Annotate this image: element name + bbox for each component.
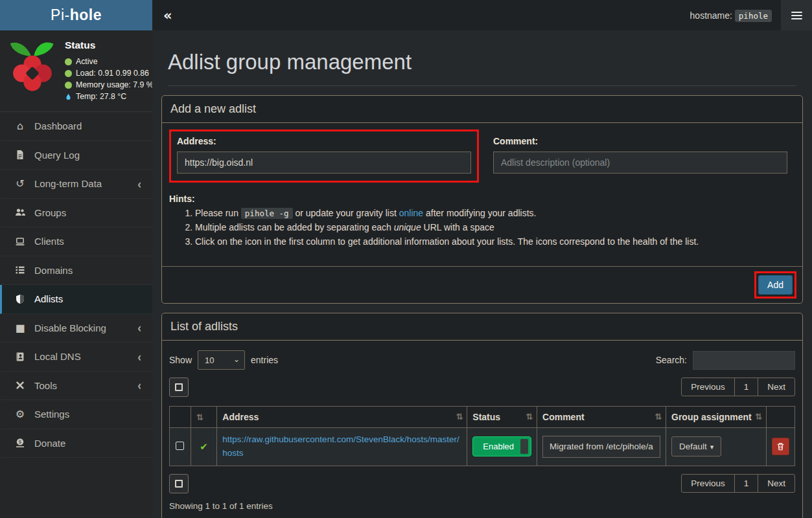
page-content: Adlist group management Add a new adlist… [152, 30, 812, 518]
list-panel-title: List of adlists [162, 313, 802, 341]
next-page-button[interactable]: Next [758, 474, 795, 493]
chevron-left-icon: ‹ [137, 349, 141, 365]
file-icon [12, 150, 29, 160]
address-annotation-box: Address: [169, 130, 479, 183]
sort-icon: ⇅ [526, 412, 531, 422]
status-panel: Status Active Load: 0.91 0.99 0.86 Memor… [0, 30, 152, 112]
show-label: Show [169, 355, 192, 365]
tools-icon [12, 380, 29, 390]
comment-label: Comment: [493, 136, 787, 146]
status-box: Status Active Load: 0.91 0.99 0.86 Memor… [65, 36, 154, 104]
add-button[interactable]: Add [758, 275, 793, 295]
health-ok-icon[interactable]: ✔ [200, 441, 208, 453]
table-header-row: ⇅ Address⇅ Status⇅ Comment⇅ Group assign… [170, 407, 795, 428]
status-memory: Memory usage: 7.9 % [65, 80, 154, 89]
home-icon: ⌂ [12, 120, 29, 132]
header-health-col[interactable]: ⇅ [191, 407, 216, 428]
adlist-table: ⇅ Address⇅ Status⇅ Comment⇅ Group assign… [169, 406, 795, 466]
sidebar-item-query-log[interactable]: Query Log [0, 141, 152, 170]
header-checkbox-col [170, 407, 191, 428]
sidebar-item-donate[interactable]: $ Donate [0, 429, 152, 458]
green-dot-icon [65, 70, 72, 77]
history-icon: ↺ [12, 177, 29, 190]
hostname-badge: pihole [735, 10, 772, 22]
hint-3: Click on the icon in the first column to… [195, 236, 795, 247]
chevron-left-icon: ‹ [137, 176, 141, 192]
pagination-bottom: Previous 1 Next [681, 474, 795, 493]
sidebar-item-local-dns[interactable]: Local DNS ‹ [0, 343, 152, 372]
sidebar-item-long-term-data[interactable]: ↺ Long-term Data ‹ [0, 170, 152, 199]
group-assignment-dropdown[interactable]: Default▾ [671, 436, 721, 456]
add-adlist-panel: Add a new adlist Address: Comment: [161, 95, 803, 304]
svg-text:$: $ [19, 439, 22, 445]
delete-adlist-button[interactable] [772, 438, 789, 455]
brand-name-light: Pi- [51, 6, 70, 24]
select-all-checkbox-button-bottom[interactable] [169, 474, 189, 493]
caret-down-icon: ▾ [710, 443, 714, 451]
header-group-assignment[interactable]: Group assignment⇅ [666, 407, 767, 428]
page-length-select[interactable]: 10 [198, 350, 245, 370]
search-control: Search: [656, 351, 795, 370]
row-checkbox[interactable] [176, 442, 184, 450]
sidebar: Pi-hole Status Active [0, 0, 152, 518]
address-input[interactable] [177, 152, 471, 174]
hint-1: Please run pihole -g or update your grav… [195, 208, 795, 218]
address-label: Address: [177, 136, 471, 146]
sort-icon: ⇅ [655, 412, 660, 422]
header-status[interactable]: Status⇅ [467, 407, 537, 428]
add-panel-body: Address: Comment: Hints: Please run piho… [162, 123, 802, 257]
header-address[interactable]: Address⇅ [217, 407, 467, 428]
add-button-annotation-box: Add [754, 271, 796, 298]
search-input[interactable] [693, 351, 795, 370]
search-label: Search: [656, 355, 687, 365]
sidebar-collapse-button[interactable]: « [152, 8, 183, 23]
stop-icon: ■ [12, 322, 29, 334]
hamburger-menu-button[interactable] [781, 0, 812, 30]
page-number-button[interactable]: 1 [734, 377, 759, 396]
address-book-icon [12, 352, 29, 362]
sidebar-item-tools[interactable]: Tools ‹ [0, 372, 152, 401]
header-comment[interactable]: Comment⇅ [537, 407, 666, 428]
pagination-top: Previous 1 Next [681, 377, 795, 396]
sidebar-item-clients[interactable]: Clients [0, 227, 152, 256]
enabled-toggle[interactable]: Enabled [472, 436, 531, 456]
laptop-icon [12, 236, 29, 247]
sidebar-item-domains[interactable]: Domains [0, 256, 152, 286]
status-active: Active [65, 57, 154, 66]
sidebar-item-settings[interactable]: ⚙ Settings [0, 400, 152, 429]
previous-page-button[interactable]: Previous [681, 474, 735, 493]
sidebar-item-dashboard[interactable]: ⌂ Dashboard [0, 112, 152, 141]
hints-title: Hints: [169, 194, 795, 204]
list-icon [12, 265, 29, 275]
sort-icon: ⇅ [755, 412, 761, 422]
pihole-g-code: pihole -g [241, 208, 293, 219]
next-page-button[interactable]: Next [758, 377, 795, 396]
sidebar-item-adlists[interactable]: Adlists [0, 285, 152, 314]
status-load: Load: 0.91 0.99 0.86 [65, 69, 154, 78]
sort-icon: ⇅ [456, 412, 461, 422]
chevron-left-icon: ‹ [137, 320, 141, 335]
page-number-button[interactable]: 1 [734, 474, 759, 493]
comment-input[interactable] [493, 152, 787, 174]
sidebar-item-groups[interactable]: Groups [0, 199, 152, 228]
toggle-knob [520, 439, 528, 454]
shield-icon [12, 294, 29, 304]
green-dot-icon [65, 58, 72, 65]
adlist-list-panel: List of adlists Show 10 ⌄ entries [161, 313, 803, 518]
brand-logo[interactable]: Pi-hole [0, 0, 152, 30]
sidebar-item-disable-blocking[interactable]: ■ Disable Blocking ‹ [0, 314, 152, 343]
add-panel-title: Add a new adlist [162, 96, 802, 123]
hint-2: Multiple adlists can be added by separat… [195, 222, 795, 232]
adlist-url-link[interactable]: https://raw.githubusercontent.com/Steven… [222, 434, 459, 458]
page-title: Adlist group management [168, 30, 796, 86]
donate-icon: $ [12, 438, 29, 448]
hostname-label: hostname: pihole [690, 10, 772, 21]
list-panel-body: Show 10 ⌄ entries Search: [162, 341, 802, 518]
sort-icon: ⇅ [196, 412, 202, 422]
sidebar-nav: ⌂ Dashboard Query Log ↺ Long-term Data ‹… [0, 112, 152, 518]
online-link[interactable]: online [399, 208, 423, 218]
gear-icon: ⚙ [12, 408, 29, 420]
previous-page-button[interactable]: Previous [681, 377, 735, 396]
row-comment-input[interactable] [542, 436, 660, 458]
select-all-checkbox-button[interactable] [169, 377, 189, 397]
